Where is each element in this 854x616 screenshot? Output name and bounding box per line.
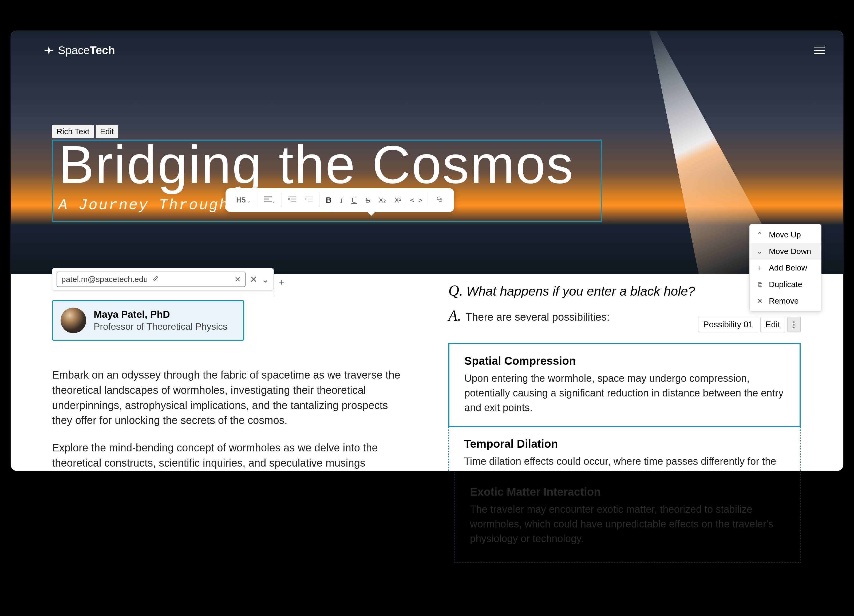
logo[interactable]: SpaceTech (44, 44, 115, 57)
menu-add-below[interactable]: + Add Below (750, 260, 821, 276)
close-icon[interactable]: ✕ (235, 275, 241, 284)
header: SpaceTech (44, 44, 825, 57)
possibility-body: Upon entering the wormhole, space may un… (464, 371, 785, 415)
possibility-title: Spatial Compression (464, 354, 785, 367)
chevron-up-icon: ⌃ (756, 231, 764, 239)
possibility-body: Time dilation effects could occur, where… (464, 454, 785, 471)
hero-section: SpaceTech Rich Text Edit Bridging the Co… (11, 31, 843, 274)
avatar (61, 307, 86, 333)
sparkle-icon (44, 46, 53, 55)
align-left-icon[interactable]: ⌄ (259, 196, 279, 205)
possibility-body: The traveler may encounter exotic matter… (470, 502, 785, 546)
menu-move-down[interactable]: ⌄ Move Down (750, 243, 821, 260)
possibility-title: Temporal Dilation (464, 438, 785, 450)
underline-button[interactable]: U (347, 196, 361, 205)
possibility-card[interactable]: Temporal Dilation Time dilation effects … (448, 427, 801, 471)
possibility-label[interactable]: Possibility 01 (698, 317, 758, 332)
subscript-button[interactable]: X₂ (374, 196, 390, 204)
italic-button[interactable]: I (336, 196, 347, 205)
possibility-card-selected[interactable]: Spatial Compression Upon entering the wo… (448, 343, 801, 427)
email-chip[interactable]: patel.m@spacetech.edu ✕ (56, 272, 246, 287)
hamburger-menu-icon[interactable] (814, 47, 825, 54)
strikethrough-button[interactable]: S (361, 196, 374, 205)
possibility-title: Exotic Matter Interaction (470, 485, 785, 498)
possibility-toolbar: Possibility 01 Edit ⋮ (698, 317, 801, 332)
edit-icon[interactable] (152, 275, 159, 284)
add-button[interactable]: + (273, 268, 290, 297)
more-options-icon[interactable]: ⋮ (787, 317, 801, 332)
plus-icon: + (756, 264, 764, 272)
menu-move-up[interactable]: ⌃ Move Up (750, 227, 821, 243)
link-icon[interactable] (431, 195, 448, 205)
intro-paragraph-2: Explore the mind-bending concept of worm… (52, 440, 407, 471)
intro-paragraph-1: Embark on an odyssey through the fabric … (52, 367, 407, 428)
indent-increase-icon[interactable] (300, 196, 317, 205)
email-text: patel.m@spacetech.edu (61, 275, 148, 284)
author-email-widget: patel.m@spacetech.edu ✕ ✕ ⌄ (52, 268, 273, 291)
chevron-down-icon[interactable]: ⌄ (262, 274, 269, 284)
app-window: SpaceTech Rich Text Edit Bridging the Co… (11, 31, 843, 471)
possibility-card-dim: Exotic Matter Interaction The traveler m… (454, 472, 801, 563)
logo-text: SpaceTech (58, 44, 115, 57)
indent-decrease-icon[interactable] (284, 196, 300, 205)
author-card[interactable]: Maya Patel, PhD Professor of Theoretical… (52, 300, 244, 341)
overflow-content: Exotic Matter Interaction The traveler m… (454, 472, 801, 563)
author-title: Professor of Theoretical Physics (94, 321, 227, 332)
code-button[interactable]: < > (406, 196, 427, 204)
edit-button[interactable]: Edit (760, 317, 785, 332)
heading-selector[interactable]: H5⌄ (232, 196, 255, 204)
context-menu: ⌃ Move Up ⌄ Move Down + Add Below ⧉ Dupl… (749, 224, 822, 312)
clear-icon[interactable]: ✕ (250, 274, 257, 284)
bold-button[interactable]: B (322, 196, 336, 205)
qa-column: Q. What happens if you enter a black hol… (448, 282, 801, 471)
formatting-toolbar: H5⌄ ⌄ B I U S X₂ X² < > (226, 188, 454, 212)
copy-icon: ⧉ (756, 280, 764, 289)
superscript-button[interactable]: X² (390, 196, 406, 204)
chevron-down-icon: ⌄ (756, 247, 764, 256)
close-icon: ✕ (756, 297, 764, 305)
menu-remove[interactable]: ✕ Remove (750, 293, 821, 309)
question: Q. What happens if you enter a black hol… (448, 282, 801, 299)
author-name: Maya Patel, PhD (94, 309, 227, 320)
page-title: Bridging the Cosmos (58, 138, 595, 191)
left-column: Embark on an odyssey through the fabric … (52, 367, 407, 471)
menu-duplicate[interactable]: ⧉ Duplicate (750, 276, 821, 293)
